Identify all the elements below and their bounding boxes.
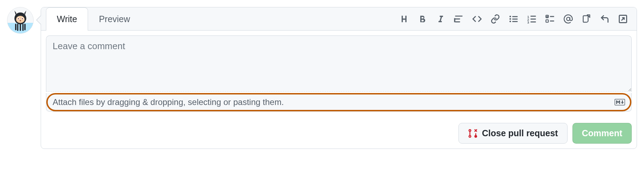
fullscreen-icon[interactable]: [618, 14, 628, 24]
tab-preview[interactable]: Preview: [88, 7, 141, 31]
svg-rect-18: [531, 18, 536, 19]
svg-rect-12: [512, 18, 518, 19]
svg-point-10: [509, 20, 511, 22]
mention-icon[interactable]: [563, 14, 573, 24]
markdown-icon[interactable]: [615, 99, 625, 106]
close-button-label: Close pull request: [482, 128, 558, 138]
italic-icon[interactable]: [435, 14, 446, 24]
ordered-list-icon[interactable]: 123: [526, 14, 537, 24]
svg-point-7: [20, 20, 21, 21]
comment-textarea[interactable]: [46, 35, 632, 92]
svg-rect-21: [546, 20, 548, 22]
toolbar: 123: [399, 14, 632, 24]
svg-rect-13: [512, 21, 518, 22]
close-pull-request-button[interactable]: Close pull request: [458, 123, 568, 144]
comment-button-label: Comment: [582, 128, 622, 138]
svg-point-24: [566, 17, 570, 20]
svg-point-8: [509, 15, 511, 17]
svg-point-9: [509, 18, 511, 20]
tab-write[interactable]: Write: [46, 7, 88, 31]
svg-rect-11: [512, 16, 518, 17]
bold-icon[interactable]: [417, 14, 428, 24]
git-pull-request-closed-icon: [468, 129, 478, 138]
svg-point-6: [22, 18, 23, 19]
comment-button[interactable]: Comment: [572, 123, 632, 144]
svg-point-2: [16, 16, 25, 23]
tabs-bar: Write Preview 123: [41, 7, 637, 31]
cross-reference-icon[interactable]: [581, 14, 592, 24]
reply-icon[interactable]: [599, 14, 610, 24]
svg-rect-17: [531, 15, 536, 17]
svg-text:3: 3: [527, 20, 529, 24]
octocat-icon: [10, 10, 31, 31]
avatar[interactable]: [7, 7, 34, 34]
attach-hint-text: Attach files by dragging & dropping, sel…: [53, 97, 284, 107]
quote-icon[interactable]: [454, 14, 464, 24]
svg-rect-19: [531, 21, 536, 22]
code-icon[interactable]: [472, 14, 482, 24]
comment-box: Write Preview 123: [41, 7, 637, 149]
heading-icon[interactable]: [399, 14, 409, 24]
task-list-icon[interactable]: [545, 14, 555, 24]
svg-point-4: [18, 18, 19, 19]
link-icon[interactable]: [490, 14, 501, 24]
attach-files-row[interactable]: Attach files by dragging & dropping, sel…: [46, 93, 632, 112]
unordered-list-icon[interactable]: [508, 14, 519, 24]
